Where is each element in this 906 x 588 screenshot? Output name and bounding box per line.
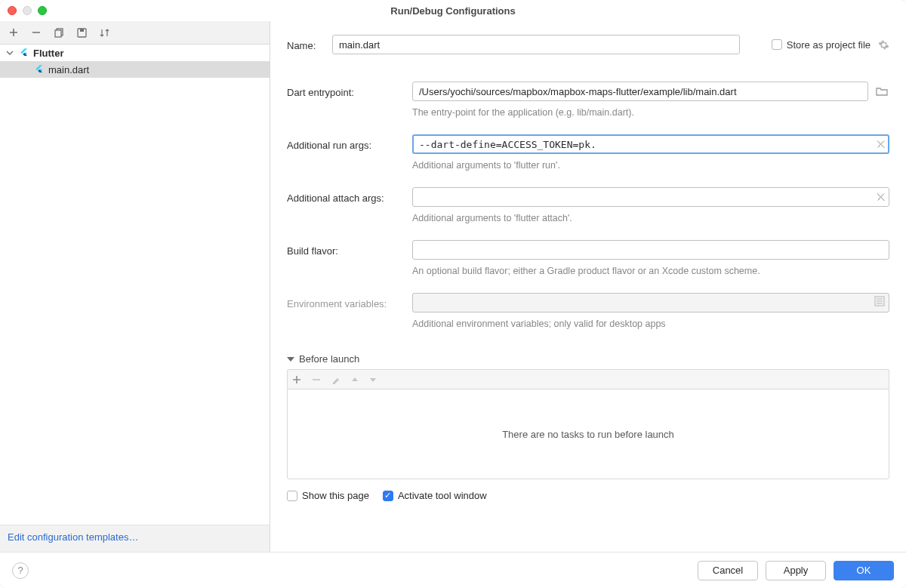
svg-rect-3 <box>80 29 84 32</box>
activate-tool-window-checkbox[interactable]: ✓ <box>383 491 393 501</box>
show-this-page-checkbox[interactable] <box>287 491 297 501</box>
up-icon <box>351 376 359 383</box>
attach-args-input[interactable] <box>412 187 889 207</box>
tree-item-main-dart[interactable]: main.dart <box>0 61 270 78</box>
list-icon[interactable] <box>874 296 885 306</box>
edit-icon <box>331 375 341 384</box>
before-launch-toolbar <box>287 369 889 389</box>
name-label: Name: <box>287 38 332 51</box>
before-launch-header[interactable]: Before launch <box>287 353 889 365</box>
before-launch-empty-text: There are no tasks to run before launch <box>502 429 674 440</box>
entrypoint-input[interactable] <box>412 82 868 101</box>
attach-args-hint: Additional arguments to 'flutter attach'… <box>287 213 889 223</box>
flavor-input[interactable] <box>412 240 889 260</box>
minimize-window-icon <box>23 6 32 15</box>
browse-folder-icon[interactable] <box>874 84 889 99</box>
add-icon[interactable] <box>292 375 301 384</box>
flutter-icon <box>18 47 30 59</box>
edit-templates-link[interactable]: Edit configuration templates… <box>8 531 138 543</box>
zoom-window-icon[interactable] <box>38 6 47 15</box>
name-input[interactable] <box>332 35 740 54</box>
run-args-hint: Additional arguments to 'flutter run'. <box>287 160 889 171</box>
entrypoint-label: Dart entrypoint: <box>287 85 412 98</box>
remove-icon[interactable] <box>30 26 42 38</box>
save-icon[interactable] <box>76 26 88 38</box>
entrypoint-hint: The entry-point for the application (e.g… <box>287 107 889 118</box>
tree-item-label: main.dart <box>48 64 89 75</box>
env-input <box>412 293 889 312</box>
activate-tool-window-label: Activate tool window <box>398 490 487 501</box>
show-this-page-label: Show this page <box>302 490 369 501</box>
tree-group-label: Flutter <box>33 48 63 59</box>
copy-icon[interactable] <box>53 26 65 38</box>
env-label: Environment variables: <box>287 296 412 309</box>
titlebar: Run/Debug Configurations <box>0 0 906 21</box>
triangle-down-icon <box>287 357 294 362</box>
configurations-sidebar: Flutter main.dart Edit configuration tem… <box>0 21 270 552</box>
flavor-hint: An optional build flavor; either a Gradl… <box>287 266 889 276</box>
before-launch-label: Before launch <box>299 353 359 365</box>
window-controls <box>8 6 47 15</box>
flavor-label: Build flavor: <box>287 243 412 257</box>
chevron-down-icon <box>6 49 15 57</box>
apply-button[interactable]: Apply <box>766 561 826 580</box>
gear-icon[interactable] <box>878 39 889 51</box>
run-args-label: Additional run args: <box>287 137 412 151</box>
tree-group-flutter[interactable]: Flutter <box>0 45 270 61</box>
add-icon[interactable] <box>8 26 20 38</box>
help-icon[interactable]: ? <box>12 562 29 579</box>
flutter-icon <box>33 63 45 75</box>
store-as-project-file-checkbox[interactable] <box>772 39 782 50</box>
dialog-button-bar: ? Cancel Apply OK <box>0 552 906 588</box>
configuration-form: Name: Store as project file Dart entrypo… <box>270 21 906 552</box>
remove-icon <box>312 375 321 384</box>
run-args-input[interactable] <box>412 134 889 154</box>
env-hint: Additional environment variables; only v… <box>287 319 889 329</box>
svg-rect-1 <box>55 30 61 37</box>
sidebar-toolbar <box>0 21 270 44</box>
window-title: Run/Debug Configurations <box>390 5 515 17</box>
before-launch-list: There are no tasks to run before launch <box>287 389 889 479</box>
sort-icon[interactable] <box>98 26 110 38</box>
down-icon <box>369 376 377 383</box>
store-as-project-file-label: Store as project file <box>787 39 871 51</box>
close-window-icon[interactable] <box>8 6 17 15</box>
attach-args-label: Additional attach args: <box>287 190 412 204</box>
configurations-tree: Flutter main.dart <box>0 44 270 525</box>
ok-button[interactable]: OK <box>834 561 894 580</box>
cancel-button[interactable]: Cancel <box>698 561 758 580</box>
